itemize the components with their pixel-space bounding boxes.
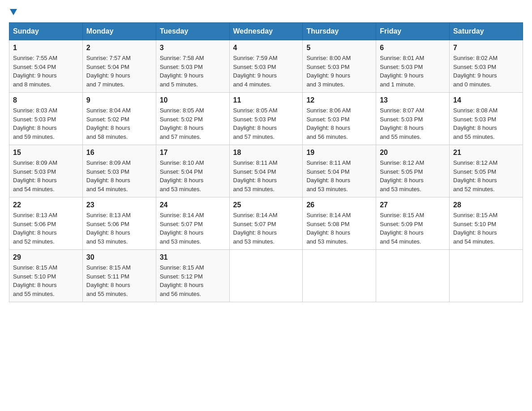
day-number: 1 xyxy=(13,44,79,52)
calendar-cell xyxy=(303,250,376,302)
logo xyxy=(9,9,17,13)
calendar-cell: 6 Sunrise: 8:01 AMSunset: 5:03 PMDayligh… xyxy=(376,40,450,93)
calendar-cell: 26 Sunrise: 8:14 AMSunset: 5:08 PMDaylig… xyxy=(303,197,376,250)
day-number: 2 xyxy=(86,44,152,52)
day-info: Sunrise: 8:13 AMSunset: 5:06 PMDaylight:… xyxy=(13,211,79,246)
day-info: Sunrise: 8:09 AMSunset: 5:03 PMDaylight:… xyxy=(13,158,79,193)
calendar-cell: 19 Sunrise: 8:11 AMSunset: 5:04 PMDaylig… xyxy=(303,145,376,197)
day-info: Sunrise: 7:57 AMSunset: 5:04 PMDaylight:… xyxy=(86,54,152,89)
day-number: 10 xyxy=(160,96,226,104)
calendar-cell: 11 Sunrise: 8:05 AMSunset: 5:03 PMDaylig… xyxy=(229,93,303,145)
calendar-cell: 29 Sunrise: 8:15 AMSunset: 5:10 PMDaylig… xyxy=(9,250,83,302)
week-row-2: 8 Sunrise: 8:03 AMSunset: 5:03 PMDayligh… xyxy=(9,93,523,145)
calendar-cell: 23 Sunrise: 8:13 AMSunset: 5:06 PMDaylig… xyxy=(82,197,156,250)
day-info: Sunrise: 8:06 AMSunset: 5:03 PMDaylight:… xyxy=(306,106,372,141)
calendar-table: SundayMondayTuesdayWednesdayThursdayFrid… xyxy=(9,22,523,302)
day-number: 20 xyxy=(380,149,446,157)
day-number: 3 xyxy=(160,44,226,52)
calendar-cell: 22 Sunrise: 8:13 AMSunset: 5:06 PMDaylig… xyxy=(9,197,83,250)
calendar-cell: 9 Sunrise: 8:04 AMSunset: 5:02 PMDayligh… xyxy=(82,93,156,145)
day-info: Sunrise: 7:55 AMSunset: 5:04 PMDaylight:… xyxy=(13,54,79,89)
header-cell-tuesday: Tuesday xyxy=(156,23,229,40)
day-number: 18 xyxy=(233,149,299,157)
calendar-cell: 7 Sunrise: 8:02 AMSunset: 5:03 PMDayligh… xyxy=(450,40,523,93)
calendar-body: 1 Sunrise: 7:55 AMSunset: 5:04 PMDayligh… xyxy=(9,40,523,302)
header-cell-friday: Friday xyxy=(376,23,450,40)
header-cell-monday: Monday xyxy=(82,23,156,40)
calendar-cell: 30 Sunrise: 8:15 AMSunset: 5:11 PMDaylig… xyxy=(82,250,156,302)
calendar-cell: 2 Sunrise: 7:57 AMSunset: 5:04 PMDayligh… xyxy=(82,40,156,93)
week-row-4: 22 Sunrise: 8:13 AMSunset: 5:06 PMDaylig… xyxy=(9,197,523,250)
header-cell-saturday: Saturday xyxy=(450,23,523,40)
day-info: Sunrise: 8:11 AMSunset: 5:04 PMDaylight:… xyxy=(233,158,299,193)
day-number: 22 xyxy=(13,201,79,209)
day-number: 15 xyxy=(13,149,79,157)
day-number: 31 xyxy=(160,253,226,261)
day-number: 8 xyxy=(13,96,79,104)
calendar-cell: 25 Sunrise: 8:14 AMSunset: 5:07 PMDaylig… xyxy=(229,197,303,250)
day-info: Sunrise: 8:07 AMSunset: 5:03 PMDaylight:… xyxy=(380,106,446,141)
day-number: 14 xyxy=(453,96,519,104)
calendar-cell: 1 Sunrise: 7:55 AMSunset: 5:04 PMDayligh… xyxy=(9,40,83,93)
day-info: Sunrise: 8:14 AMSunset: 5:07 PMDaylight:… xyxy=(160,211,226,246)
day-number: 27 xyxy=(380,201,446,209)
day-number: 26 xyxy=(306,201,372,209)
day-number: 30 xyxy=(86,253,152,261)
day-info: Sunrise: 8:02 AMSunset: 5:03 PMDaylight:… xyxy=(453,54,519,89)
day-info: Sunrise: 8:12 AMSunset: 5:05 PMDaylight:… xyxy=(380,158,446,193)
logo-wrapper xyxy=(9,9,17,13)
calendar-cell: 15 Sunrise: 8:09 AMSunset: 5:03 PMDaylig… xyxy=(9,145,83,197)
calendar-cell xyxy=(450,250,523,302)
day-info: Sunrise: 8:15 AMSunset: 5:09 PMDaylight:… xyxy=(380,211,446,246)
day-number: 29 xyxy=(13,253,79,261)
day-info: Sunrise: 8:14 AMSunset: 5:08 PMDaylight:… xyxy=(306,211,372,246)
calendar-cell: 4 Sunrise: 7:59 AMSunset: 5:03 PMDayligh… xyxy=(229,40,303,93)
day-number: 12 xyxy=(306,96,372,104)
day-info: Sunrise: 8:05 AMSunset: 5:02 PMDaylight:… xyxy=(160,106,226,141)
day-info: Sunrise: 8:00 AMSunset: 5:03 PMDaylight:… xyxy=(306,54,372,89)
day-info: Sunrise: 8:10 AMSunset: 5:04 PMDaylight:… xyxy=(160,158,226,193)
day-number: 17 xyxy=(160,149,226,157)
day-number: 28 xyxy=(453,201,519,209)
day-info: Sunrise: 8:13 AMSunset: 5:06 PMDaylight:… xyxy=(86,211,152,246)
day-info: Sunrise: 7:58 AMSunset: 5:03 PMDaylight:… xyxy=(160,54,226,89)
calendar-cell: 10 Sunrise: 8:05 AMSunset: 5:02 PMDaylig… xyxy=(156,93,229,145)
day-number: 23 xyxy=(86,201,152,209)
logo-line1 xyxy=(9,9,17,13)
day-info: Sunrise: 8:15 AMSunset: 5:10 PMDaylight:… xyxy=(453,211,519,246)
day-number: 16 xyxy=(86,149,152,157)
calendar-cell: 8 Sunrise: 8:03 AMSunset: 5:03 PMDayligh… xyxy=(9,93,83,145)
week-row-5: 29 Sunrise: 8:15 AMSunset: 5:10 PMDaylig… xyxy=(9,250,523,302)
calendar-cell: 28 Sunrise: 8:15 AMSunset: 5:10 PMDaylig… xyxy=(450,197,523,250)
day-info: Sunrise: 8:01 AMSunset: 5:03 PMDaylight:… xyxy=(380,54,446,89)
page-header xyxy=(9,9,523,13)
day-info: Sunrise: 8:05 AMSunset: 5:03 PMDaylight:… xyxy=(233,106,299,141)
day-info: Sunrise: 8:15 AMSunset: 5:10 PMDaylight:… xyxy=(13,263,79,298)
day-info: Sunrise: 8:15 AMSunset: 5:12 PMDaylight:… xyxy=(160,263,226,298)
day-number: 11 xyxy=(233,96,299,104)
day-info: Sunrise: 8:04 AMSunset: 5:02 PMDaylight:… xyxy=(86,106,152,141)
calendar-cell: 16 Sunrise: 8:09 AMSunset: 5:03 PMDaylig… xyxy=(82,145,156,197)
day-number: 7 xyxy=(453,44,519,52)
calendar-cell xyxy=(376,250,450,302)
day-info: Sunrise: 8:11 AMSunset: 5:04 PMDaylight:… xyxy=(306,158,372,193)
day-info: Sunrise: 8:03 AMSunset: 5:03 PMDaylight:… xyxy=(13,106,79,141)
day-number: 24 xyxy=(160,201,226,209)
day-info: Sunrise: 8:08 AMSunset: 5:03 PMDaylight:… xyxy=(453,106,519,141)
day-number: 13 xyxy=(380,96,446,104)
week-row-1: 1 Sunrise: 7:55 AMSunset: 5:04 PMDayligh… xyxy=(9,40,523,93)
header-cell-thursday: Thursday xyxy=(303,23,376,40)
calendar-cell: 31 Sunrise: 8:15 AMSunset: 5:12 PMDaylig… xyxy=(156,250,229,302)
logo-triangle-icon xyxy=(10,9,17,15)
day-number: 6 xyxy=(380,44,446,52)
calendar-cell xyxy=(229,250,303,302)
calendar-header: SundayMondayTuesdayWednesdayThursdayFrid… xyxy=(9,23,523,40)
header-cell-wednesday: Wednesday xyxy=(229,23,303,40)
day-info: Sunrise: 8:12 AMSunset: 5:05 PMDaylight:… xyxy=(453,158,519,193)
calendar-cell: 12 Sunrise: 8:06 AMSunset: 5:03 PMDaylig… xyxy=(303,93,376,145)
calendar-cell: 13 Sunrise: 8:07 AMSunset: 5:03 PMDaylig… xyxy=(376,93,450,145)
calendar-cell: 3 Sunrise: 7:58 AMSunset: 5:03 PMDayligh… xyxy=(156,40,229,93)
day-number: 25 xyxy=(233,201,299,209)
day-number: 19 xyxy=(306,149,372,157)
calendar-cell: 18 Sunrise: 8:11 AMSunset: 5:04 PMDaylig… xyxy=(229,145,303,197)
